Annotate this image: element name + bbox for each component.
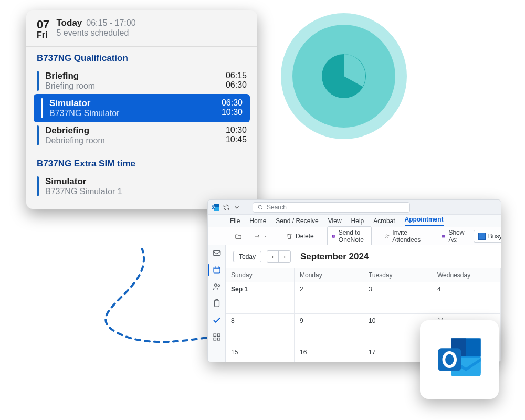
folder-open-icon [235, 233, 242, 240]
trash-icon [286, 233, 293, 240]
forward-button[interactable] [249, 230, 272, 243]
calendar-dow: Monday [295, 268, 363, 282]
menu-acrobat[interactable]: Acrobat [373, 217, 395, 225]
rail-todo[interactable] [212, 316, 222, 325]
svg-point-9 [388, 235, 389, 236]
schedule-card: 07 Fri Today 06:15 - 17:00 5 events sche… [26, 10, 257, 209]
calendar-pager: ‹ › [267, 250, 291, 263]
svg-rect-17 [214, 334, 216, 337]
svg-rect-20 [217, 338, 220, 341]
svg-rect-12 [214, 267, 220, 273]
arrow-right-icon [254, 233, 261, 240]
calendar-cell[interactable]: 8 [226, 314, 295, 345]
calendar-cell[interactable]: 2 [295, 282, 363, 314]
rail-people[interactable] [212, 282, 222, 291]
schedule-day-of-week: Fri [37, 30, 47, 40]
schedule-header: 07 Fri Today 06:15 - 17:00 5 events sche… [26, 10, 257, 47]
svg-rect-19 [214, 338, 216, 341]
schedule-group-title: B737NG Extra SIM time [26, 159, 257, 173]
calendar-dow: Tuesday [363, 268, 432, 282]
calendar-cell[interactable]: 16 [295, 345, 363, 362]
event-name: Simulator [45, 176, 122, 187]
event-color-bar [37, 125, 39, 145]
schedule-today-label: Today [56, 18, 82, 28]
event-name: Simulator [49, 98, 119, 109]
svg-rect-18 [217, 334, 220, 337]
schedule-group-title: B737NG Qualification [26, 53, 257, 68]
schedule-event-selected[interactable]: Simulator B737NG Simulator 06:30 10:30 [34, 94, 250, 122]
event-end: 10:45 [226, 135, 247, 144]
event-location: Briefing room [45, 81, 95, 91]
calendar-next-button[interactable]: › [279, 251, 290, 262]
rail-calendar[interactable] [212, 265, 222, 275]
calendar-cell[interactable]: 9 [295, 314, 363, 345]
schedule-time-range: 06:15 - 17:00 [86, 18, 135, 28]
event-start: 06:30 [222, 98, 243, 108]
chevron-down-icon [264, 234, 268, 238]
calendar-cell[interactable]: 3 [363, 282, 432, 314]
open-button[interactable] [230, 230, 247, 243]
event-end: 06:30 [226, 80, 247, 90]
event-color-bar [41, 98, 43, 118]
calendar-dow: Sunday [226, 268, 295, 282]
schedule-subtitle: 5 events scheduled [56, 28, 135, 38]
pie-chart-icon [318, 50, 370, 102]
menu-home[interactable]: Home [249, 217, 266, 225]
calendar-header: Today ‹ › September 2024 [226, 245, 501, 268]
outlook-menubar: File Home Send / Receive View Help Acrob… [208, 215, 501, 227]
calendar-cell[interactable]: Sep 1 [226, 282, 295, 314]
calendar-dow: Wednesday [432, 268, 501, 282]
menu-file[interactable]: File [230, 217, 240, 225]
schedule-date: 07 Fri [37, 18, 49, 40]
schedule-event[interactable]: Debriefing Debriefing room 10:30 10:45 [26, 122, 257, 149]
chevron-down-icon[interactable] [233, 204, 240, 211]
event-location: Debriefing room [45, 136, 105, 145]
schedule-event[interactable]: Simulator B737NG Simulator 1 [26, 173, 257, 200]
event-location: B737NG Simulator 1 [45, 187, 122, 196]
svg-point-14 [217, 285, 219, 287]
svg-point-5 [258, 205, 261, 208]
rail-tasks[interactable] [212, 299, 222, 308]
rail-more[interactable] [212, 332, 222, 342]
calendar-cell[interactable]: 15 [226, 345, 295, 362]
apps-icon [212, 332, 222, 342]
outlook-logo-card [420, 320, 499, 399]
people-icon [212, 282, 222, 291]
calendar-today-button[interactable]: Today [233, 251, 261, 262]
event-location: B737NG Simulator [49, 109, 119, 118]
calendar-cell[interactable]: 4 [432, 282, 501, 314]
event-start: 10:30 [226, 125, 247, 135]
mail-icon [212, 248, 222, 258]
calendar-month-title: September 2024 [300, 251, 369, 262]
pie-chart-badge [281, 13, 407, 139]
sync-icon[interactable] [223, 204, 230, 211]
outlook-app-icon [211, 203, 219, 212]
outlook-rail [208, 245, 226, 362]
clipboard-icon [212, 299, 222, 308]
menu-appointment[interactable]: Appointment [405, 216, 444, 226]
outlook-logo-icon [433, 333, 486, 386]
show-as-label: Show As: [436, 226, 471, 246]
show-as-dropdown[interactable]: Busy [474, 230, 501, 243]
schedule-title-block: Today 06:15 - 17:00 5 events scheduled [56, 18, 135, 38]
rail-mail[interactable] [212, 248, 222, 258]
delete-button[interactable]: Delete [281, 230, 319, 243]
send-to-onenote-button[interactable]: N Send to OneNote [327, 226, 372, 246]
schedule-event[interactable]: Briefing Briefing room 06:15 06:30 [26, 68, 257, 94]
search-input[interactable]: Search [253, 202, 410, 213]
people-icon [385, 233, 390, 240]
busy-swatch-icon [478, 233, 486, 240]
outlook-titlebar: Search [208, 200, 501, 215]
event-name: Debriefing [45, 125, 105, 136]
event-color-bar [37, 71, 39, 91]
menu-view[interactable]: View [328, 217, 342, 225]
event-start: 06:15 [226, 71, 247, 80]
menu-help[interactable]: Help [351, 217, 364, 225]
svg-point-13 [214, 284, 217, 287]
calendar-prev-button[interactable]: ‹ [267, 251, 279, 262]
menu-send-receive[interactable]: Send / Receive [276, 217, 318, 225]
schedule-day-number: 07 [37, 18, 49, 32]
search-icon [257, 204, 264, 211]
invite-attendees-button[interactable]: Invite Attendees [380, 226, 428, 246]
outlook-toolbar: Delete N Send to OneNote Invite Attendee… [208, 227, 501, 245]
